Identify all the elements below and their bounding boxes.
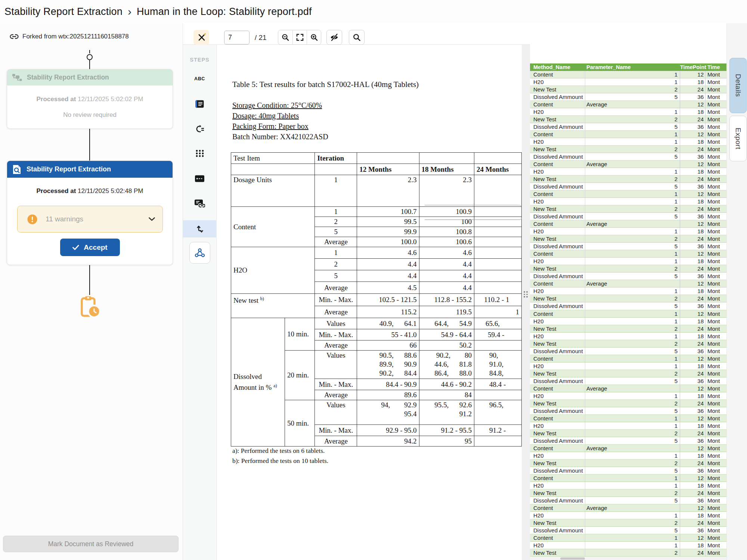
- grid-row[interactable]: Dissolved Ammount536Mont: [530, 467, 726, 475]
- grid-row[interactable]: ContentAverage12Mont: [530, 101, 726, 108]
- grid-row[interactable]: New Test224Mont: [530, 400, 726, 407]
- grid-row[interactable]: H20118Mont: [530, 228, 726, 235]
- step-flow-list[interactable]: [183, 120, 216, 137]
- grid-row[interactable]: New Test224Mont: [530, 370, 726, 377]
- step-transform-selected[interactable]: [183, 220, 216, 237]
- drag-handle-icon[interactable]: [524, 291, 528, 298]
- zoom-in-button[interactable]: [307, 30, 321, 44]
- grid-row[interactable]: ContentAverage12Mont: [530, 220, 726, 228]
- tab-details[interactable]: Details: [729, 58, 747, 113]
- grid-row[interactable]: H20118Mont: [530, 108, 726, 116]
- toggle-annotations-button[interactable]: [326, 30, 342, 45]
- grid-row[interactable]: New Test224Mont: [530, 519, 726, 527]
- grid-row[interactable]: New Test224Mont: [530, 325, 726, 333]
- grid-row[interactable]: New Test224Mont: [530, 205, 726, 213]
- grid-row[interactable]: New Test224Mont: [530, 460, 726, 467]
- tab-export[interactable]: Export: [729, 116, 747, 161]
- grid-row[interactable]: H20118Mont: [530, 287, 726, 295]
- grid-cell: New Test: [530, 295, 585, 302]
- grid-header-parameter-name[interactable]: Parameter_Name: [585, 63, 680, 71]
- workflow-node-card-1[interactable]: Stability Report Extraction Processed at…: [7, 69, 173, 129]
- grid-row[interactable]: Content112Mont: [530, 355, 726, 363]
- grid-row[interactable]: New Test224Mont: [530, 549, 726, 557]
- grid-row[interactable]: New Test224Mont: [530, 295, 726, 302]
- step-document-lines[interactable]: [183, 95, 216, 112]
- grid-row[interactable]: New Test224Mont: [530, 235, 726, 243]
- grid-row[interactable]: H20118Mont: [530, 542, 726, 549]
- workflow-node-card-2[interactable]: Stability Report Extraction Processed at…: [7, 161, 173, 265]
- grid-row[interactable]: New Test224Mont: [530, 86, 726, 93]
- grid-row[interactable]: Content112Mont: [530, 475, 726, 482]
- grid-row[interactable]: H20118Mont: [530, 512, 726, 519]
- grid-row[interactable]: New Test224Mont: [530, 489, 726, 497]
- grid-row[interactable]: Content112Mont: [530, 71, 726, 78]
- step-grid-dots[interactable]: [183, 145, 216, 162]
- grid-row[interactable]: ContentAverage12Mont: [530, 280, 726, 287]
- grid-header-time[interactable]: Time: [706, 63, 726, 71]
- search-document-button[interactable]: [349, 30, 365, 45]
- grid-row[interactable]: ContentAverage12Mont: [530, 504, 726, 512]
- grid-row[interactable]: ContentAverage12Mont: [530, 161, 726, 168]
- grid-row[interactable]: Content112Mont: [530, 250, 726, 258]
- grid-row[interactable]: New Test224Mont: [530, 340, 726, 348]
- step-webhook-button[interactable]: [189, 242, 210, 264]
- scrollbar-thumb[interactable]: [560, 557, 585, 560]
- panel-splitter[interactable]: [522, 45, 530, 560]
- grid-row[interactable]: Dissolved Ammount536Mont: [530, 183, 726, 190]
- grid-row[interactable]: New Test224Mont: [530, 146, 726, 153]
- accept-button[interactable]: Accept: [60, 239, 120, 256]
- grid-row[interactable]: H20118Mont: [530, 452, 726, 460]
- grid-row[interactable]: Content112Mont: [530, 310, 726, 318]
- grid-row[interactable]: Dissolved Ammount536Mont: [530, 497, 726, 504]
- grid-cell: H20: [530, 108, 585, 115]
- grid-row[interactable]: Dissolved Ammount536Mont: [530, 302, 726, 310]
- grid-header-method-name[interactable]: Method_Name: [530, 63, 585, 71]
- grid-row[interactable]: ContentAverage12Mont: [530, 385, 726, 392]
- grid-row[interactable]: New Test224Mont: [530, 116, 726, 123]
- zoom-out-button[interactable]: [278, 30, 292, 44]
- grid-row[interactable]: Content112Mont: [530, 534, 726, 542]
- page-number-input[interactable]: [224, 31, 249, 44]
- step-field-card[interactable]: [183, 170, 216, 187]
- grid-row[interactable]: Dissolved Ammount536Mont: [530, 123, 726, 131]
- grid-row[interactable]: H20118Mont: [530, 258, 726, 265]
- grid-row[interactable]: Dissolved Ammount536Mont: [530, 348, 726, 355]
- grid-row[interactable]: H20118Mont: [530, 363, 726, 370]
- grid-row[interactable]: H20118Mont: [530, 138, 726, 146]
- grid-row[interactable]: Dissolved Ammount536Mont: [530, 93, 726, 101]
- grid-row[interactable]: Dissolved Ammount536Mont: [530, 243, 726, 250]
- grid-row[interactable]: H20118Mont: [530, 198, 726, 205]
- grid-row[interactable]: H20118Mont: [530, 422, 726, 430]
- grid-row[interactable]: Content112Mont: [530, 131, 726, 138]
- grid-row[interactable]: Dissolved Ammount536Mont: [530, 407, 726, 415]
- warnings-expander[interactable]: 11 warnings: [17, 206, 163, 233]
- grid-row[interactable]: H20118Mont: [530, 482, 726, 489]
- grid-row[interactable]: Dissolved Ammount536Mont: [530, 213, 726, 220]
- grid-row[interactable]: H20118Mont: [530, 168, 726, 175]
- grid-row[interactable]: Content112Mont: [530, 415, 726, 422]
- step-text-extract[interactable]: ABC: [183, 70, 216, 87]
- grid-row[interactable]: Dissolved Ammount536Mont: [530, 377, 726, 385]
- grid-cell: 5: [585, 377, 680, 385]
- grid-row[interactable]: Dissolved Ammount536Mont: [530, 153, 726, 161]
- fit-to-page-button[interactable]: [292, 30, 307, 44]
- grid-row[interactable]: ContentAverage12Mont: [530, 445, 726, 452]
- breadcrumb-workflow[interactable]: Stability Report Extraction: [4, 6, 123, 18]
- grid-row[interactable]: H20118Mont: [530, 78, 726, 86]
- grid-row[interactable]: Dissolved Ammount536Mont: [530, 437, 726, 445]
- grid-row[interactable]: Dissolved Ammount536Mont: [530, 273, 726, 280]
- step-card-link[interactable]: [183, 195, 216, 212]
- annotation-tool-button[interactable]: [193, 30, 209, 45]
- workflow-start-node[interactable]: [87, 54, 93, 60]
- grid-row[interactable]: Dissolved Ammount536Mont: [530, 527, 726, 534]
- grid-row[interactable]: Content112Mont: [530, 190, 726, 198]
- grid-row[interactable]: H20118Mont: [530, 392, 726, 400]
- grid-row[interactable]: New Test224Mont: [530, 265, 726, 273]
- mark-reviewed-button[interactable]: Mark Document as Reviewed: [3, 536, 179, 552]
- grid-header-timepoint[interactable]: TimePoint: [680, 63, 706, 71]
- grid-row[interactable]: New Test224Mont: [530, 175, 726, 183]
- grid-row[interactable]: H20118Mont: [530, 318, 726, 325]
- grid-row[interactable]: New Test224Mont: [530, 430, 726, 437]
- grid-row[interactable]: H20118Mont: [530, 333, 726, 340]
- pdf-viewer[interactable]: Table 5: Test results for batch S17002-H…: [217, 45, 522, 560]
